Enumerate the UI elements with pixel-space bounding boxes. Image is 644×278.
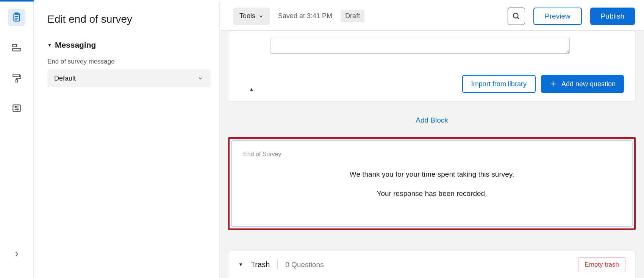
field-label: End of survey message (47, 58, 206, 65)
eos-message-dropdown[interactable]: Default (47, 69, 210, 87)
chevron-down-icon (258, 14, 264, 19)
svg-rect-6 (13, 48, 21, 51)
nav-builder[interactable] (8, 9, 25, 26)
trash-count: 0 Questions (285, 261, 324, 269)
tools-label: Tools (239, 12, 255, 20)
block-footer: ▲ Import from library Add new question (240, 75, 624, 93)
saved-status: Saved at 3:41 PM (278, 12, 332, 20)
eos-block-label: End of Survey (243, 151, 621, 158)
svg-point-14 (513, 13, 518, 18)
paint-roller-icon (12, 73, 22, 83)
import-library-button[interactable]: Import from library (462, 75, 536, 93)
sliders-icon (12, 103, 22, 113)
canvas: ▲ Import from library Add new question A… (220, 31, 644, 278)
import-label: Import from library (471, 80, 527, 88)
preview-button[interactable]: Preview (533, 8, 582, 25)
dropdown-value: Default (54, 75, 76, 82)
add-block-link[interactable]: Add Block (228, 116, 636, 124)
progress-bar (0, 0, 34, 2)
svg-line-15 (517, 17, 519, 19)
nav-options[interactable] (8, 99, 25, 117)
add-question-button[interactable]: Add new question (541, 75, 624, 93)
eos-line1: We thank you for your time spent taking … (243, 169, 621, 180)
publish-button[interactable]: Publish (590, 8, 635, 25)
preview-label: Preview (545, 12, 571, 20)
search-icon (512, 12, 521, 20)
plus-icon (549, 80, 557, 88)
chevron-down-icon (197, 75, 203, 81)
trash-toggle[interactable]: ▼ (238, 262, 243, 267)
panel-title: Edit end of survey (47, 13, 206, 25)
trash-label: Trash (251, 260, 270, 269)
svg-rect-9 (13, 105, 20, 111)
nav-rail (0, 2, 34, 278)
svg-point-11 (15, 106, 16, 107)
question-block[interactable]: ▲ Import from library Add new question (228, 31, 636, 102)
svg-rect-5 (13, 44, 17, 47)
section-label: Messaging (55, 40, 96, 50)
empty-trash-label: Empty trash (585, 261, 619, 269)
toolbar: Tools Saved at 3:41 PM Draft Preview Pub… (220, 2, 644, 31)
svg-point-13 (17, 109, 18, 110)
search-button[interactable] (508, 8, 525, 25)
edit-panel: Edit end of survey ▼ Messaging End of su… (34, 2, 220, 278)
nav-expand[interactable] (8, 245, 25, 263)
nav-flow[interactable] (8, 39, 25, 56)
eos-line2: Your response has been recorded. (243, 188, 621, 199)
nav-look[interactable] (8, 69, 25, 87)
eos-highlight: End of Survey We thank you for your time… (228, 137, 636, 230)
svg-rect-8 (16, 79, 17, 82)
publish-label: Publish (601, 12, 624, 20)
collapse-block[interactable]: ▲ (249, 86, 254, 92)
tools-button[interactable]: Tools (233, 8, 270, 25)
empty-trash-button[interactable]: Empty trash (578, 257, 625, 272)
clipboard-icon (12, 12, 22, 22)
eos-message: We thank you for your time spent taking … (243, 169, 621, 199)
caret-down-icon: ▼ (47, 42, 52, 48)
end-of-survey-block[interactable]: End of Survey We thank you for your time… (231, 140, 633, 227)
chevron-right-icon (13, 251, 20, 258)
flow-icon (12, 43, 22, 53)
svg-rect-7 (13, 74, 19, 77)
divider (277, 259, 278, 270)
trash-bar: ▼ Trash 0 Questions Empty trash (228, 251, 636, 278)
addq-label: Add new question (561, 80, 616, 88)
text-entry-input[interactable] (270, 38, 570, 54)
draft-badge: Draft (341, 10, 364, 22)
section-messaging[interactable]: ▼ Messaging (47, 40, 206, 50)
